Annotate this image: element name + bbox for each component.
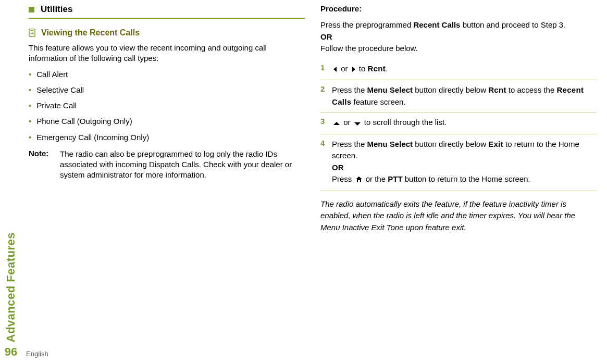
- text: button directly below: [413, 140, 488, 148]
- page-body: Utilities Viewing the Recent Calls This …: [0, 0, 607, 239]
- step-body: Press the Menu Select button directly be…: [332, 139, 597, 186]
- text: Press: [332, 174, 354, 183]
- svg-marker-7: [354, 122, 361, 125]
- text: or the: [364, 174, 388, 183]
- step-item: 2 Press the Menu Select button directly …: [320, 80, 597, 112]
- list-item: •Call Alert: [29, 69, 305, 80]
- right-arrow-icon: [351, 64, 356, 76]
- svg-marker-5: [352, 67, 355, 72]
- step-body: or to Rcnt.: [332, 63, 597, 76]
- list-item: •Private Call: [29, 101, 305, 111]
- text: Follow the procedure below.: [320, 44, 418, 53]
- step-body: or to scroll through the list.: [332, 117, 597, 130]
- or-label: OR: [332, 163, 344, 172]
- text: feature screen.: [351, 97, 405, 106]
- svg-rect-3: [31, 33, 34, 34]
- text: Press the: [332, 140, 367, 148]
- left-arrow-icon: [333, 64, 338, 76]
- text: button directly below: [413, 85, 488, 94]
- text: to: [357, 64, 368, 73]
- list-item-text: Selective Call: [36, 85, 84, 95]
- step-number: 4: [320, 139, 332, 147]
- list-item: •Selective Call: [29, 85, 305, 95]
- list-item-text: Emergency Call (Incoming Only): [36, 132, 149, 143]
- softkey-exit: Exit: [488, 140, 503, 148]
- text: or: [341, 118, 353, 127]
- svg-marker-4: [333, 67, 337, 72]
- or-label: OR: [320, 32, 332, 41]
- ptt-label: PTT: [388, 174, 402, 183]
- section-title: Utilities: [41, 4, 72, 15]
- list-item: •Emergency Call (Incoming Only): [29, 132, 305, 143]
- note-block: Note: The radio can also be preprogramme…: [29, 149, 305, 181]
- text: Press the: [332, 85, 367, 94]
- text: .: [386, 64, 388, 73]
- sidebar-label: Advanced Features: [4, 232, 18, 342]
- recent-calls-label: Recent Calls: [413, 20, 460, 29]
- steps-list: 1 or to Rcnt. 2 Press the Menu Select bu…: [320, 59, 597, 191]
- bullet-icon: •: [29, 69, 31, 80]
- home-icon: [355, 174, 363, 186]
- bullet-icon: •: [29, 132, 31, 143]
- text: to scroll through the list.: [362, 118, 447, 127]
- step-number: 2: [320, 84, 332, 93]
- step-item: 1 or to Rcnt.: [320, 59, 597, 81]
- text: button to return to the Home screen.: [403, 174, 530, 183]
- list-item-text: Private Call: [36, 101, 77, 111]
- step-item: 4 Press the Menu Select button directly …: [320, 134, 597, 191]
- menu-select-label: Menu Select: [367, 85, 413, 94]
- svg-rect-0: [29, 29, 35, 36]
- left-column: Utilities Viewing the Recent Calls This …: [29, 0, 305, 239]
- bullet-icon: •: [29, 101, 31, 111]
- step-number: 3: [320, 117, 332, 125]
- bullet-icon: •: [29, 116, 31, 127]
- call-type-list: •Call Alert •Selective Call •Private Cal…: [29, 69, 305, 143]
- subsection-title: Viewing the Recent Calls: [41, 28, 140, 37]
- softkey-rcnt: Rcnt: [488, 85, 506, 94]
- svg-rect-2: [31, 32, 34, 32]
- page-number: 96: [5, 345, 17, 359]
- bullet-icon: •: [29, 85, 31, 95]
- note-label: Note:: [29, 149, 60, 158]
- section-rule: [29, 18, 305, 19]
- svg-marker-6: [333, 122, 340, 125]
- menu-select-label: Menu Select: [367, 140, 413, 148]
- footer-note: The radio automatically exits the featur…: [320, 198, 597, 234]
- text: button and proceed to Step 3.: [460, 20, 565, 29]
- right-column: Procedure: Press the preprogrammed Recen…: [320, 0, 597, 239]
- svg-rect-1: [31, 30, 34, 31]
- square-bullet-icon: [29, 7, 34, 12]
- procedure-title: Procedure:: [320, 4, 597, 13]
- list-item-text: Phone Call (Outgoing Only): [36, 116, 132, 127]
- step-number: 1: [320, 63, 332, 72]
- intro-paragraph: This feature allows you to view the rece…: [29, 43, 305, 64]
- up-arrow-icon: [333, 118, 340, 130]
- language-label: English: [26, 350, 48, 358]
- sidebar: Advanced Features 96: [4, 232, 18, 359]
- softkey-rcnt: Rcnt: [368, 64, 386, 73]
- text: to access the: [506, 85, 557, 94]
- list-item: •Phone Call (Outgoing Only): [29, 116, 305, 127]
- list-item-text: Call Alert: [36, 69, 68, 80]
- subsection-heading: Viewing the Recent Calls: [29, 28, 305, 37]
- section-heading: Utilities: [29, 4, 305, 15]
- svg-marker-8: [356, 177, 362, 182]
- step-body: Press the Menu Select button directly be…: [332, 84, 597, 108]
- text: or: [339, 64, 350, 73]
- text: Press the preprogrammed: [320, 20, 413, 29]
- step-item: 3 or to scroll through the list.: [320, 112, 597, 134]
- phone-list-icon: [29, 29, 36, 37]
- note-body: The radio can also be preprogrammed to l…: [60, 149, 305, 181]
- down-arrow-icon: [354, 118, 361, 130]
- procedure-intro: Press the preprogrammed Recent Calls but…: [320, 19, 597, 55]
